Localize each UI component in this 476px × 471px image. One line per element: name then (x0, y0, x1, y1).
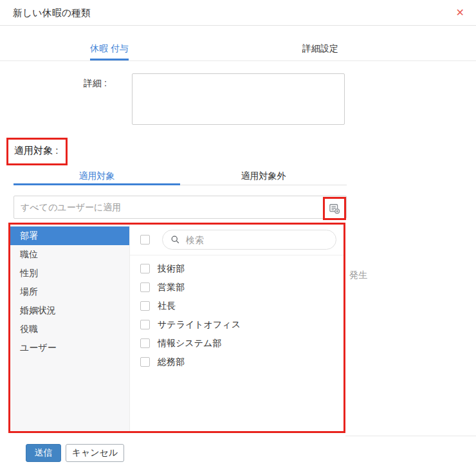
search-icon (170, 235, 180, 245)
tab-advanced-settings[interactable]: 詳細設定 (215, 26, 426, 60)
details-label: 詳細 : (84, 78, 107, 89)
select-all-checkbox[interactable] (140, 235, 150, 245)
tab-not-applicable[interactable]: 適用対象外 (180, 170, 347, 185)
option-label: 社長 (158, 300, 176, 312)
option-item-engineering[interactable]: 技術部 (130, 259, 343, 278)
annotation-box-add-icon (323, 197, 346, 220)
close-icon[interactable]: ✕ (456, 0, 464, 26)
category-item-role[interactable]: 役職 (10, 320, 129, 338)
category-item-location[interactable]: 場所 (10, 282, 129, 301)
option-label: 技術部 (158, 263, 185, 275)
apply-tab-bar: 適用対象 適用対象外 (14, 170, 347, 185)
apply-to-all-users-input[interactable] (14, 196, 347, 219)
tab-applicable[interactable]: 適用対象 (14, 170, 180, 185)
option-label: サテライトオフィス (158, 319, 241, 331)
details-textarea[interactable] (132, 73, 345, 125)
category-item-gender[interactable]: 性別 (10, 264, 129, 282)
category-item-department[interactable]: 部署 (10, 226, 129, 245)
category-item-marital-status[interactable]: 婚姻状況 (10, 301, 129, 320)
footer-divider (345, 436, 476, 436)
category-item-user[interactable]: ユーザー (10, 338, 129, 357)
category-list: 部署 職位 性別 場所 婚姻状況 役職 ユーザー (10, 225, 130, 431)
option-checkbox[interactable] (140, 282, 150, 292)
tab-label: 休暇 付与 (90, 43, 129, 60)
option-item-sales[interactable]: 営業部 (130, 278, 343, 297)
option-label: 営業部 (158, 282, 185, 293)
option-list: 技術部 営業部 社長 サテライトオフィス 情報システム部 (130, 255, 343, 371)
target-selector-panel: 部署 職位 性別 場所 婚姻状況 役職 ユーザー (8, 223, 345, 433)
applicable-to-label: 適用対象 : (6, 138, 68, 165)
dialog-header: 新しい休暇の種類 ✕ (0, 0, 476, 26)
option-item-information-systems[interactable]: 情報システム部 (130, 334, 343, 353)
category-item-position[interactable]: 職位 (10, 245, 129, 264)
search-input[interactable] (186, 235, 328, 245)
option-label: 総務部 (158, 356, 185, 368)
option-checkbox[interactable] (140, 338, 150, 348)
option-item-general-affairs[interactable]: 総務部 (130, 353, 343, 371)
option-item-satellite-office[interactable]: サテライトオフィス (130, 315, 343, 334)
tab-leave-grant[interactable]: 休暇 付与 (4, 26, 215, 60)
add-to-list-icon[interactable] (328, 202, 341, 215)
option-label: 情報システム部 (158, 338, 221, 349)
option-checkbox[interactable] (140, 357, 150, 367)
dialog-title: 新しい休暇の種類 (13, 0, 91, 26)
search-row (130, 225, 343, 255)
main-tab-bar: 休暇 付与 詳細設定 (0, 26, 476, 61)
background-text-occurrence: 発生 (349, 270, 367, 281)
option-item-president[interactable]: 社長 (130, 297, 343, 315)
search-box (162, 230, 336, 250)
option-checkbox[interactable] (140, 301, 150, 311)
submit-button[interactable]: 送信 (26, 444, 61, 462)
option-list-panel: 技術部 営業部 社長 サテライトオフィス 情報システム部 (130, 225, 343, 431)
option-checkbox[interactable] (140, 264, 150, 273)
cancel-button[interactable]: キャンセル (66, 444, 124, 462)
tab-label: 詳細設定 (302, 43, 338, 60)
option-checkbox[interactable] (140, 320, 150, 329)
new-leave-type-dialog: 新しい休暇の種類 ✕ 休暇 付与 詳細設定 詳細 : 適用対象 : 適用対象 適… (0, 0, 476, 471)
